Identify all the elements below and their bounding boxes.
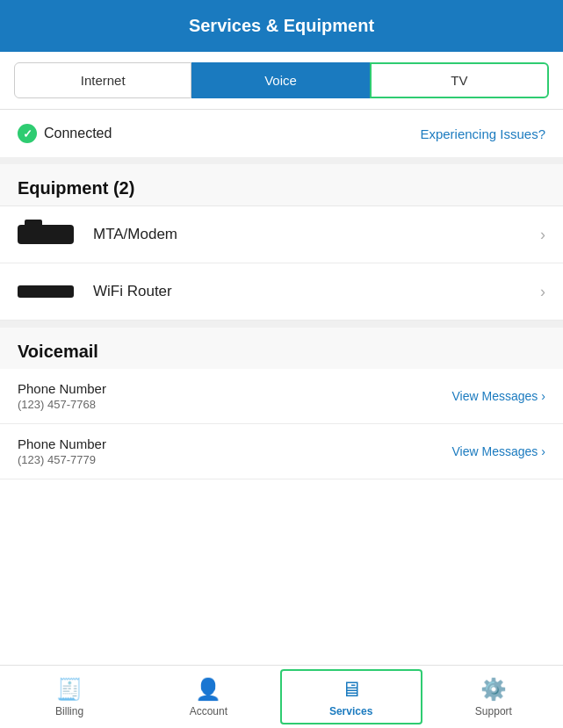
nav-item-account[interactable]: 👤 Account	[139, 666, 278, 728]
bottom-nav: 🧾 Billing 👤 Account 🖥 Services ⚙️ Suppor…	[0, 665, 563, 728]
tab-tv[interactable]: TV	[370, 62, 549, 98]
nav-label-support: Support	[475, 705, 512, 717]
voicemail-item-2: Phone Number (123) 457-7779 View Message…	[0, 424, 563, 479]
phone-info-2: Phone Number (123) 457-7779	[18, 436, 106, 466]
chevron-right-icon: ›	[541, 444, 545, 458]
equipment-section-wrapper: Equipment (2) MTA/Modem › WiFi Router ›	[0, 164, 563, 328]
connection-status: ✓ Connected	[18, 124, 112, 143]
services-icon: 🖥	[341, 677, 362, 702]
voicemail-section-header: Voicemail	[0, 328, 563, 369]
page-header: Services & Equipment	[0, 0, 563, 52]
view-messages-btn-2[interactable]: View Messages ›	[452, 444, 545, 458]
connected-bar: ✓ Connected Experiencing Issues?	[0, 110, 563, 164]
nav-label-billing: Billing	[55, 705, 83, 717]
chevron-right-icon: ›	[540, 283, 545, 301]
chevron-right-icon: ›	[540, 226, 545, 244]
connected-label: Connected	[44, 126, 112, 141]
header-title: Services & Equipment	[189, 16, 374, 35]
tab-voice[interactable]: Voice	[191, 62, 369, 98]
experiencing-issues-link[interactable]: Experiencing Issues?	[420, 126, 545, 141]
nav-item-support[interactable]: ⚙️ Support	[424, 666, 563, 728]
phone-frame: Services & Equipment Internet Voice TV ✓…	[0, 0, 563, 728]
nav-label-account: Account	[190, 705, 227, 717]
content-area: ✓ Connected Experiencing Issues? Equipme…	[0, 110, 563, 665]
phone-number-2: (123) 457-7779	[18, 453, 106, 466]
nav-label-services: Services	[329, 705, 372, 717]
equipment-item-router[interactable]: WiFi Router ›	[0, 263, 563, 321]
equipment-section-header: Equipment (2)	[0, 164, 563, 206]
check-icon: ✓	[18, 124, 37, 143]
equipment-label-router: WiFi Router	[93, 283, 540, 300]
voicemail-section-wrapper: Voicemail Phone Number (123) 457-7768 Vi…	[0, 328, 563, 479]
phone-info-1: Phone Number (123) 457-7768	[18, 381, 106, 411]
equipment-item-modem[interactable]: MTA/Modem ›	[0, 206, 563, 263]
router-icon	[18, 276, 79, 307]
billing-icon: 🧾	[56, 677, 83, 702]
equipment-section-title: Equipment (2)	[18, 178, 134, 198]
phone-label-2: Phone Number	[18, 436, 106, 451]
tab-internet[interactable]: Internet	[14, 62, 191, 98]
voicemail-item-1: Phone Number (123) 457-7768 View Message…	[0, 369, 563, 424]
chevron-right-icon: ›	[541, 389, 545, 403]
voicemail-section-title: Voicemail	[18, 342, 98, 361]
support-icon: ⚙️	[480, 677, 507, 702]
nav-item-billing[interactable]: 🧾 Billing	[0, 666, 139, 728]
equipment-label-modem: MTA/Modem	[93, 226, 540, 243]
top-tab-bar: Internet Voice TV	[0, 52, 563, 110]
view-messages-btn-1[interactable]: View Messages ›	[452, 389, 545, 403]
phone-label-1: Phone Number	[18, 381, 106, 396]
account-icon: 👤	[195, 677, 221, 702]
phone-number-1: (123) 457-7768	[18, 398, 106, 411]
modem-icon	[18, 219, 79, 250]
nav-item-services[interactable]: 🖥 Services	[280, 669, 422, 724]
